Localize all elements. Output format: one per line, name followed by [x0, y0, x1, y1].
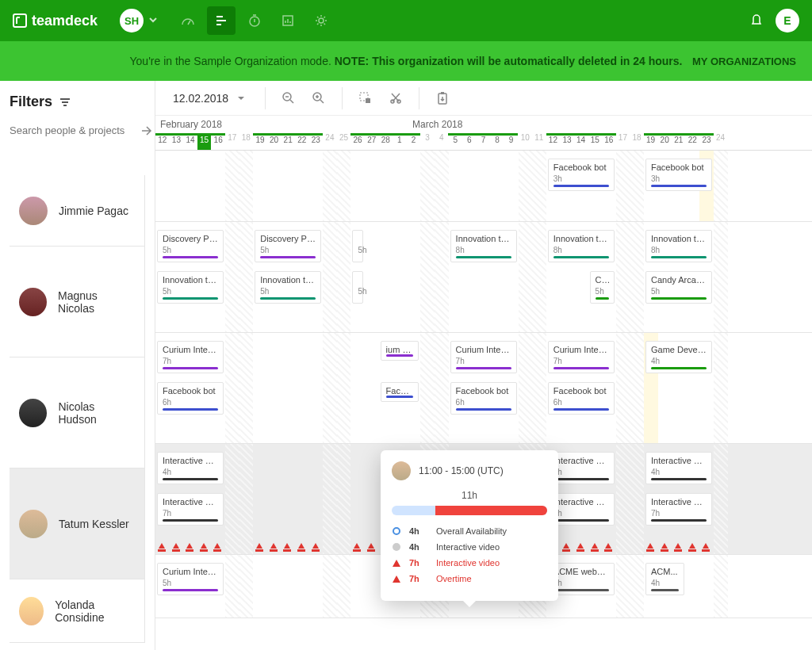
booking-block[interactable]: Candy Arcade app5h: [645, 271, 712, 304]
day-cell[interactable]: 27: [365, 133, 379, 150]
timer-icon[interactable]: [240, 6, 269, 35]
booking-hours: 4h: [553, 468, 609, 476]
chevron-down-icon[interactable]: [148, 13, 158, 28]
booking-block[interactable]: Facebook bot3h: [548, 159, 615, 191]
person-row[interactable]: Nicolas Hudson: [10, 358, 145, 468]
booking-block[interactable]: Game Development4h: [645, 341, 712, 373]
booking-block[interactable]: Discovery Phase5h: [255, 230, 321, 262]
day-cell[interactable]: 2: [407, 133, 421, 150]
booking-block[interactable]: Innovation time off8h: [645, 230, 712, 262]
day-cell[interactable]: 19: [644, 133, 658, 150]
booking-block[interactable]: Curium Intera...7h: [548, 341, 615, 373]
booking-block[interactable]: Curium Interactive...7h: [450, 341, 517, 373]
booking-block[interactable]: Innovation time off5h: [157, 271, 224, 304]
booking-block[interactable]: ACM...4h: [645, 563, 684, 595]
day-cell[interactable]: 3: [420, 133, 435, 150]
select-icon[interactable]: [354, 86, 377, 110]
person-row[interactable]: Magnus Nicolas: [10, 247, 145, 358]
booking-block[interactable]: I..5h: [352, 271, 363, 304]
booking-block[interactable]: Facebook bot6h: [548, 382, 615, 415]
day-cell[interactable]: 15: [588, 133, 602, 150]
day-cell[interactable]: 20: [657, 133, 672, 150]
day-cell[interactable]: 16: [211, 133, 225, 150]
date-picker[interactable]: 12.02.2018: [165, 87, 254, 109]
day-cell[interactable]: 8: [490, 133, 504, 150]
day-cell[interactable]: 18: [630, 133, 644, 150]
user-avatar[interactable]: E: [776, 9, 799, 32]
day-cell[interactable]: 17: [616, 133, 630, 150]
booking-block[interactable]: Facebook bot6h: [157, 382, 224, 415]
day-cell[interactable]: 7: [477, 133, 491, 150]
day-cell[interactable]: 21: [281, 133, 295, 150]
dashboard-icon[interactable]: [174, 6, 202, 35]
day-cell[interactable]: 20: [267, 133, 282, 150]
booking-block[interactable]: Interactive video4h: [157, 452, 224, 484]
day-cell[interactable]: 28: [379, 133, 393, 150]
bell-icon[interactable]: [749, 11, 764, 30]
day-cell[interactable]: 14: [183, 133, 197, 150]
search-input[interactable]: [10, 124, 145, 136]
booking-block[interactable]: Facebook bot3h: [645, 159, 712, 191]
day-cell[interactable]: 5: [448, 133, 462, 150]
booking-block[interactable]: Curium Interactiv...5h: [157, 563, 224, 595]
day-cell[interactable]: 1: [393, 133, 407, 150]
booking-title: ACM...: [651, 567, 679, 576]
filters-heading[interactable]: Filters: [10, 94, 145, 110]
day-cell[interactable]: 26: [350, 133, 365, 150]
settings-icon[interactable]: [307, 6, 335, 35]
day-cell[interactable]: 24: [323, 133, 337, 150]
day-cell[interactable]: 9: [504, 133, 519, 150]
booking-block[interactable]: Interactive video7h: [645, 493, 712, 526]
person-row[interactable]: Jimmie Pagac: [10, 175, 145, 247]
day-cell[interactable]: 12: [155, 133, 170, 150]
popover-total-hours: 11h: [392, 490, 547, 501]
booking-block[interactable]: Interactive video7h: [157, 493, 224, 526]
day-cell[interactable]: 10: [518, 133, 532, 150]
booking-block[interactable]: ...5h: [352, 230, 363, 262]
brand-logo[interactable]: teamdeck: [13, 13, 98, 29]
day-cell[interactable]: 15: [197, 133, 212, 150]
my-organizations-link[interactable]: MY ORGANIZATIONS: [692, 55, 796, 67]
day-cell[interactable]: 22: [686, 133, 700, 150]
reports-icon[interactable]: [274, 6, 302, 35]
day-cell[interactable]: 25: [337, 133, 351, 150]
person-row[interactable]: Yolanda Considine: [10, 579, 145, 643]
day-cell[interactable]: 17: [225, 133, 239, 150]
day-cell[interactable]: 11: [532, 133, 546, 150]
booking-block[interactable]: Discovery Phase5h: [157, 230, 224, 262]
booking-block[interactable]: Candy Ar...5h: [590, 271, 615, 304]
day-cell[interactable]: 4: [435, 133, 449, 150]
collapse-arrow-icon[interactable]: [140, 124, 154, 141]
booking-block[interactable]: Curium Interactive7h: [157, 341, 224, 373]
day-cell[interactable]: 13: [560, 133, 574, 150]
planner-icon[interactable]: [207, 6, 236, 35]
booking-block[interactable]: Innovation time off5h: [255, 271, 321, 304]
person-row[interactable]: Tatum Kessler: [10, 468, 145, 579]
day-cell[interactable]: 18: [239, 133, 254, 150]
paste-icon[interactable]: [431, 86, 454, 110]
nav-icons: [174, 6, 340, 35]
day-cell[interactable]: 23: [699, 133, 714, 150]
day-cell[interactable]: 21: [672, 133, 686, 150]
zoom-in-icon[interactable]: [307, 86, 331, 110]
booking-block[interactable]: Facebook bot: [381, 382, 419, 402]
booking-block[interactable]: Facebook bot6h: [450, 382, 517, 415]
day-cell[interactable]: 24: [714, 133, 728, 150]
day-cell[interactable]: 19: [253, 133, 267, 150]
day-cell[interactable]: 22: [295, 133, 309, 150]
zoom-out-icon[interactable]: [277, 86, 301, 110]
day-cell[interactable]: 16: [602, 133, 616, 150]
booking-hours: 6h: [163, 398, 218, 407]
booking-block[interactable]: ium Interactiv...: [381, 341, 419, 361]
booking-block[interactable]: Interactive video4h: [645, 452, 712, 484]
day-cell[interactable]: 13: [170, 133, 184, 150]
day-cell[interactable]: 14: [574, 133, 588, 150]
org-badge[interactable]: SH: [120, 9, 144, 32]
day-cell[interactable]: 6: [462, 133, 477, 150]
cut-icon[interactable]: [384, 86, 408, 110]
day-cell[interactable]: 12: [546, 133, 561, 150]
booking-block[interactable]: Innovation time off8h: [450, 230, 517, 262]
day-cell[interactable]: 23: [309, 133, 324, 150]
popover-time-range: 11:00 - 15:00 (UTC): [419, 465, 504, 476]
booking-block[interactable]: Innovation time off8h: [548, 230, 615, 262]
